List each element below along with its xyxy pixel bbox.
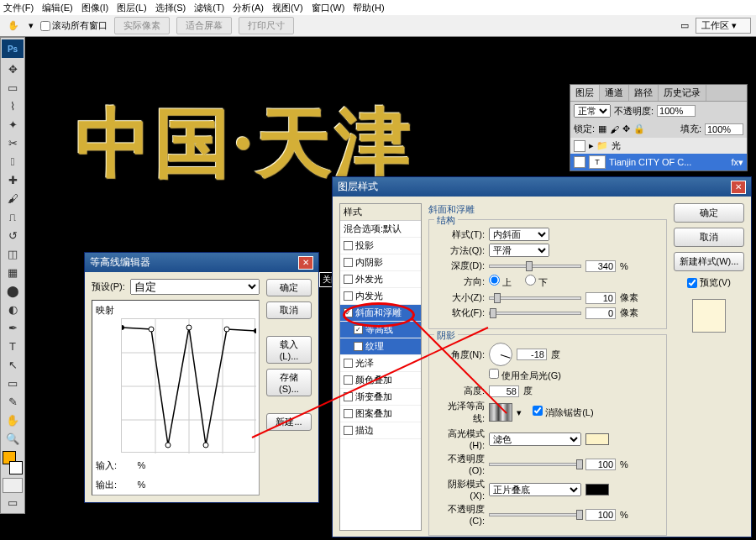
load-button[interactable]: 载入(L)... [266, 336, 312, 364]
hand-tool[interactable]: ✋ [3, 411, 23, 429]
soften-slider[interactable] [489, 312, 581, 315]
cancel-button[interactable]: 取消 [266, 301, 312, 319]
angle-dial[interactable] [489, 343, 512, 366]
actual-pixels-button[interactable]: 实际像素 [114, 17, 170, 34]
style-item-satin[interactable]: 光泽 [340, 355, 421, 372]
screen-mode-toggle[interactable]: ▭ [3, 493, 23, 511]
sh-mode-select[interactable]: 正片叠底 [489, 483, 581, 496]
gloss-dropdown-icon[interactable]: ▾ [517, 407, 522, 418]
marquee-tool[interactable]: ▭ [3, 78, 23, 97]
tab-layers[interactable]: 图层 [570, 85, 600, 101]
blend-options-item[interactable]: 混合选项:默认 [340, 221, 421, 238]
close-button[interactable]: ✕ [731, 181, 746, 194]
style-item-innerglow[interactable]: 内发光 [340, 288, 421, 305]
style-item-bevel[interactable]: ✓斜面和浮雕 [340, 305, 421, 322]
new-button[interactable]: 新建... [266, 413, 312, 431]
sh-color-swatch[interactable] [585, 484, 609, 495]
sh-opacity-slider[interactable] [489, 513, 581, 516]
ok-button[interactable]: 确定 [266, 279, 312, 296]
style-item-outerglow[interactable]: 外发光 [340, 271, 421, 288]
style-item-dropshadow[interactable]: 投影 [340, 238, 421, 254]
notes-tool[interactable]: ✎ [3, 392, 23, 411]
eraser-tool[interactable]: ◫ [3, 244, 23, 263]
scroll-all-windows-check[interactable]: 滚动所有窗口 [40, 19, 108, 32]
menu-help[interactable]: 帮助(H) [353, 2, 384, 14]
lock-pixels-icon[interactable]: 🖌 [610, 124, 619, 134]
opacity-value[interactable]: 100% [657, 105, 696, 117]
angle-value[interactable]: -18 [517, 349, 547, 360]
menu-window[interactable]: 窗口(W) [312, 2, 345, 14]
eyedropper-tool[interactable]: 𓊧 [3, 152, 23, 170]
pen-tool[interactable]: ✒ [3, 318, 23, 337]
brush-tool[interactable]: 🖌 [3, 189, 23, 207]
style-item-patternoverlay[interactable]: 图案叠加 [340, 406, 421, 422]
menu-filter[interactable]: 滤镜(T) [194, 2, 224, 14]
shape-tool[interactable]: ▭ [3, 374, 23, 392]
blur-tool[interactable]: ⬤ [3, 281, 23, 300]
heal-tool[interactable]: ✚ [3, 170, 23, 189]
crop-tool[interactable]: ✂ [3, 134, 23, 152]
style-item-texture[interactable]: 纹理 [340, 338, 421, 355]
gloss-contour-swatch[interactable] [489, 403, 512, 422]
quickmask-toggle[interactable] [3, 478, 23, 493]
dodge-tool[interactable]: ◐ [3, 300, 23, 318]
layer-row[interactable]: ▸ 📁 光 [570, 138, 747, 154]
soften-value[interactable]: 0 [585, 307, 616, 319]
hl-opacity-value[interactable]: 100 [585, 459, 616, 470]
preset-select[interactable]: 自定 [130, 279, 260, 295]
background-swatch[interactable] [9, 461, 23, 474]
style-item-stroke[interactable]: 描边 [340, 422, 421, 439]
contour-graph[interactable] [121, 318, 255, 453]
move-tool[interactable]: ✥ [3, 60, 23, 78]
preview-check[interactable]: 预览(V) [674, 276, 744, 289]
menu-analysis[interactable]: 分析(A) [233, 2, 264, 14]
depth-value[interactable]: 340 [585, 260, 616, 272]
cancel-button[interactable]: 取消 [674, 228, 744, 247]
dir-up-radio[interactable]: 上 [489, 275, 512, 289]
color-swatches[interactable] [3, 451, 23, 474]
style-select[interactable]: 内斜面 [489, 228, 549, 241]
menu-select[interactable]: 选择(S) [155, 2, 186, 14]
save-button[interactable]: 存储(S)... [266, 369, 312, 396]
menu-edit[interactable]: 编辑(E) [42, 2, 73, 14]
workspace-dropdown[interactable]: 工作区 ▾ [696, 18, 751, 34]
visibility-icon[interactable] [574, 140, 585, 152]
size-value[interactable]: 10 [585, 292, 616, 304]
hl-opacity-slider[interactable] [489, 463, 581, 466]
layer-row[interactable]: T Tianjin CITY OF C... fx▾ [570, 154, 747, 170]
path-select-tool[interactable]: ↖ [3, 355, 23, 374]
lock-position-icon[interactable]: ✥ [622, 123, 630, 134]
style-item-gradientoverlay[interactable]: 渐变叠加 [340, 389, 421, 406]
tab-paths[interactable]: 路径 [629, 85, 659, 101]
depth-slider[interactable] [489, 265, 581, 268]
hl-color-swatch[interactable] [585, 433, 609, 445]
new-style-button[interactable]: 新建样式(W)... [674, 252, 744, 271]
wand-tool[interactable]: ✦ [3, 115, 23, 134]
fx-icon[interactable]: fx▾ [731, 157, 743, 168]
print-size-button[interactable]: 打印尺寸 [239, 17, 294, 34]
style-item-contour[interactable]: ✓等高线 [340, 322, 421, 338]
visibility-icon[interactable] [574, 156, 585, 168]
menu-view[interactable]: 视图(V) [272, 2, 303, 14]
stamp-tool[interactable]: ⎍ [3, 207, 23, 226]
hl-mode-select[interactable]: 滤色 [489, 433, 581, 446]
lock-transparent-icon[interactable]: ▦ [598, 123, 606, 134]
fill-value[interactable]: 100% [705, 123, 743, 135]
fit-screen-button[interactable]: 适合屏幕 [176, 17, 232, 34]
tool-preset-dropdown-icon[interactable]: ▾ [29, 20, 34, 31]
menu-file[interactable]: 文件(F) [3, 2, 34, 14]
history-brush-tool[interactable]: ↺ [3, 226, 23, 244]
zoom-tool[interactable]: 🔍 [3, 429, 23, 448]
style-item-innershadow[interactable]: 内阴影 [340, 254, 421, 271]
hand-tool-icon[interactable]: ✋ [5, 18, 22, 34]
gradient-tool[interactable]: ▦ [3, 263, 23, 281]
global-light-check[interactable]: 使用全局光(G) [489, 369, 561, 382]
lock-all-icon[interactable]: 🔒 [633, 123, 645, 134]
size-slider[interactable] [489, 296, 581, 300]
blend-mode-select[interactable]: 正常 [574, 104, 611, 118]
style-item-coloroverlay[interactable]: 颜色叠加 [340, 372, 421, 389]
close-button[interactable]: ✕ [298, 256, 313, 270]
technique-select[interactable]: 平滑 [489, 244, 549, 257]
menu-image[interactable]: 图像(I) [81, 2, 108, 14]
tab-history[interactable]: 历史记录 [659, 85, 706, 101]
